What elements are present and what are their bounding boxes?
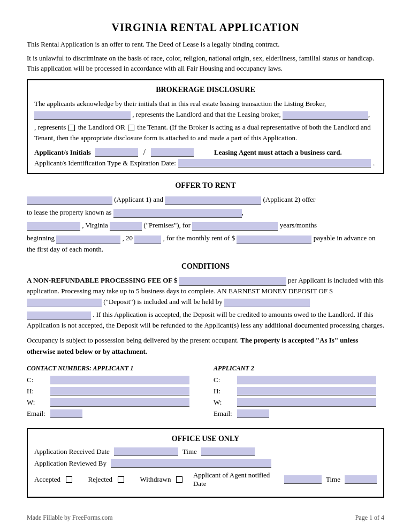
notified-date-input[interactable] — [284, 475, 322, 484]
city-input[interactable] — [27, 222, 80, 231]
brokerage-text2: , represents the Landlord and that the L… — [132, 110, 280, 118]
contact-app1-title: CONTACT NUMBERS: APPLICANT 1 — [27, 364, 197, 373]
c2-label: C: — [214, 376, 235, 384]
rejected-checkbox[interactable] — [118, 476, 124, 483]
office-received-row: Application Received Date Time — [34, 447, 377, 456]
brokerage-section: BROKERAGE DISCLOSURE The applicants ackn… — [27, 79, 384, 174]
applicant2-input[interactable] — [165, 196, 261, 205]
h2-label: H: — [214, 387, 235, 396]
h1-input[interactable] — [50, 387, 189, 396]
time-input[interactable] — [201, 447, 255, 456]
year-label: , 20 — [123, 234, 133, 242]
withdrawn-label: Withdrawn — [140, 475, 171, 484]
c1-input[interactable] — [50, 376, 189, 384]
initials-row: Applicant/s Initials / Leasing Agent mus… — [34, 148, 377, 157]
tenant-checkbox[interactable] — [128, 125, 134, 131]
deposit-input[interactable] — [27, 299, 102, 307]
premises-label: ("Premises"), for — [143, 221, 191, 229]
leasing-broker-input[interactable] — [283, 111, 368, 120]
intro-line2: It is unlawful to discriminate on the ba… — [27, 53, 384, 74]
time2-label: Time — [326, 475, 340, 484]
withdrawn-checkbox[interactable] — [176, 476, 182, 483]
held-by-cont-input[interactable] — [27, 311, 91, 320]
received-date-input[interactable] — [114, 447, 178, 456]
contact-h1-row: H: — [27, 387, 197, 396]
brokerage-body: The applicants acknowledge by their init… — [34, 98, 377, 144]
reviewed-label: Application Reviewed By — [34, 459, 106, 468]
email1-label: Email: — [27, 409, 48, 418]
contact-w1-row: W: — [27, 398, 197, 407]
office-title: OFFICE USE ONLY — [34, 435, 377, 443]
contact-applicant1: CONTACT NUMBERS: APPLICANT 1 C: H: W: Em… — [27, 364, 197, 421]
processing-fee-input[interactable] — [179, 277, 286, 286]
footer: Made Fillable by FreeForms.com Page 1 of… — [27, 514, 384, 522]
contact-c2-row: C: — [214, 376, 384, 384]
property-input[interactable] — [113, 209, 242, 218]
office-status-row: Accepted Rejected Withdrawn Applicant of… — [34, 471, 377, 488]
reviewed-by-input[interactable] — [111, 459, 271, 468]
brokerage-text4: the Landlord — [78, 123, 114, 131]
year-input[interactable] — [134, 235, 161, 244]
rent-input[interactable] — [237, 235, 311, 244]
accepted-checkbox[interactable] — [66, 476, 72, 483]
brokerage-text1: The applicants acknowledge by their init… — [34, 100, 326, 108]
cond-text2a: Occupancy is subject to possession being… — [27, 336, 239, 344]
w1-label: W: — [27, 398, 48, 407]
rejected-label: Rejected — [88, 475, 112, 484]
received-date-label: Application Received Date — [34, 447, 110, 456]
conditions-body: A NON-REFUNDABLE PROCESSING FEE OF $ per… — [27, 275, 384, 357]
leasing-agent-note: Leasing Agent must attach a business car… — [214, 148, 342, 157]
cond-text1c: ("Deposit") is included and will be held… — [103, 298, 223, 306]
id-input[interactable] — [178, 159, 371, 168]
contact-c1-row: C: — [27, 376, 197, 384]
initials-input2[interactable] — [151, 148, 194, 157]
contact-email1-row: Email: — [27, 409, 197, 418]
email1-input[interactable] — [50, 409, 82, 418]
id-row: Applicant/s Identification Type & Expira… — [34, 159, 377, 168]
email2-label: Email: — [214, 409, 235, 418]
listing-broker-input[interactable] — [34, 111, 131, 120]
conditions-title: CONDITIONS — [27, 262, 384, 271]
contact-app2-title: APPLICANT 2 — [214, 364, 384, 373]
beginning-label: beginning — [27, 234, 55, 242]
page-title: VIRGINIA RENTAL APPLICATION — [27, 21, 384, 34]
contact-section: CONTACT NUMBERS: APPLICANT 1 C: H: W: Em… — [27, 364, 384, 421]
h1-label: H: — [27, 387, 48, 396]
accepted-label: Accepted — [34, 475, 60, 484]
landlord-checkbox[interactable] — [68, 125, 75, 131]
w2-label: W: — [214, 398, 235, 407]
office-reviewed-row: Application Reviewed By — [34, 459, 377, 468]
contact-h2-row: H: — [214, 387, 384, 396]
zip-input[interactable] — [110, 222, 142, 231]
applicant2-label: (Applicant 2) offer — [263, 195, 315, 203]
intro-line1: This Rental Application is an offer to r… — [27, 39, 384, 50]
agent-notified-label: Applicant of Agent notified Date — [193, 471, 280, 488]
years-months-label: years/months — [280, 221, 317, 229]
time-label: Time — [182, 447, 197, 456]
brokerage-text3: , represents — [34, 123, 66, 131]
applicant1-input[interactable] — [27, 196, 112, 205]
footer-right: Page 1 of 4 — [355, 514, 384, 522]
initials-label: Applicant/s Initials — [34, 148, 91, 157]
lease-term-input[interactable] — [192, 222, 278, 231]
time2-input[interactable] — [345, 475, 377, 484]
contact-w2-row: W: — [214, 398, 384, 407]
contact-applicant2: APPLICANT 2 C: H: W: Email: — [214, 364, 384, 421]
applicant1-label: (Applicant 1) and — [114, 195, 163, 203]
h2-input[interactable] — [237, 387, 376, 396]
initials-input1[interactable] — [95, 148, 138, 157]
virginia-label: , Virginia — [82, 221, 108, 229]
begin-date-input[interactable] — [56, 235, 120, 244]
brokerage-title: BROKERAGE DISCLOSURE — [34, 86, 377, 94]
w2-input[interactable] — [237, 398, 376, 407]
id-label: Applicant/s Identification Type & Expira… — [34, 159, 176, 168]
email2-input[interactable] — [237, 409, 269, 418]
offer-body: (Applicant 1) and (Applicant 2) offer to… — [27, 194, 384, 255]
office-section: OFFICE USE ONLY Application Received Dat… — [27, 428, 384, 498]
c2-input[interactable] — [237, 376, 376, 384]
footer-left: Made Fillable by FreeForms.com — [27, 514, 113, 522]
c1-label: C: — [27, 376, 48, 384]
rent-label: , for the monthly rent of $ — [163, 234, 235, 242]
held-by-input[interactable] — [224, 299, 310, 307]
w1-input[interactable] — [50, 398, 189, 407]
